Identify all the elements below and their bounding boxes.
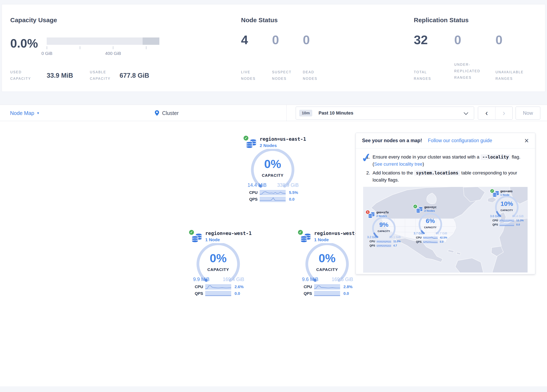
now-button[interactable]: Now (516, 107, 540, 120)
step-text: Ensure every node in your cluster was st… (373, 154, 481, 159)
usable-capacity: 34.4 GiB (512, 214, 524, 218)
axis-tick (47, 46, 47, 49)
locality-node-count[interactable]: 2 Nodes (424, 209, 437, 212)
time-range-label: Past 10 Minutes (319, 110, 353, 116)
health-ok-icon: ✓ (490, 189, 494, 193)
locality-flag-code: --locality (481, 154, 510, 160)
now-button-label: Now (523, 110, 533, 116)
time-range-select[interactable]: 10m Past 10 Minutes (296, 107, 474, 120)
capacity-used-percent: 0.0% (10, 36, 38, 50)
used-capacity: 3.7 GiB (414, 232, 424, 235)
qps-sparkline (423, 241, 438, 243)
cpu-sparkline (205, 284, 231, 290)
qps-label: QPS (301, 291, 312, 296)
cpu-metric-row: CPU 5.5% (247, 190, 298, 195)
map-node-group-geo-sfo[interactable]: 1 geo=sfo 2 Nodes 9% CAPACITY 3.2 GiB 35… (365, 209, 403, 249)
map-toolbar: Node Map ▾ Cluster 10m Past 10 Minutes ‹… (0, 105, 547, 121)
locality-name[interactable]: geo=ams (500, 190, 513, 193)
capacity-label: CAPACITY (195, 268, 241, 272)
unavailable-ranges-label: UNAVAILABLE RANGES (495, 69, 533, 82)
example-world-map: 1 geo=sfo 2 Nodes 9% CAPACITY 3.2 GiB 35… (363, 187, 528, 273)
cpu-metric-row: CPU 2.6% (192, 284, 244, 290)
node-group-eu-west-1[interactable]: ✓ region=eu-west-1 1 Node 0% CAPACITY 9.… (188, 229, 253, 301)
qps-label: QPS (368, 244, 375, 247)
step-text: ) (422, 161, 424, 167)
cpu-value: 12.3% (516, 219, 524, 222)
qps-label: QPS (192, 291, 203, 296)
dead-nodes-value: 0 (303, 33, 310, 47)
locality-tree-link[interactable]: See current locality tree (374, 161, 422, 167)
chevron-left-icon: ‹ (485, 109, 488, 117)
capacity-label: CAPACITY (371, 230, 397, 233)
usable-capacity: 169.5 GiB (332, 277, 353, 282)
location-pin-icon (155, 110, 159, 116)
axis-tick (146, 46, 146, 49)
capacity-label: CAPACITY (494, 209, 519, 212)
locality-name[interactable]: region=us-east-1 (260, 136, 306, 142)
time-nav-buttons: ‹ › (478, 107, 513, 120)
cpu-value: 42.5% (440, 236, 447, 239)
capacity-percent: 0% (195, 251, 241, 265)
capacity-bar (47, 37, 159, 45)
usable-capacity: 35.1 GiB (389, 235, 401, 239)
qps-value: 0.0 (516, 223, 520, 226)
used-capacity: 3.2 GiB (367, 235, 377, 239)
cpu-sparkline (376, 240, 391, 243)
locality-name[interactable]: region=us-west-1 (314, 231, 361, 236)
node-group-us-east-1[interactable]: ✓ region=us-east-1 2 Nodes 0% CAPACITY 1… (243, 135, 308, 206)
locality-name[interactable]: geo=nyc (424, 206, 437, 209)
chevron-right-icon: › (503, 109, 505, 117)
qps-sparkline (499, 223, 514, 226)
view-selector-dropdown[interactable]: Node Map ▾ (10, 105, 39, 121)
time-range-badge: 10m (299, 110, 312, 117)
capacity-percent: 0% (304, 251, 350, 265)
used-capacity: 3.6 GiB (490, 214, 500, 218)
cpu-metric-row: CPU 42.5% (414, 236, 447, 239)
qps-metric-row: QPS 0.0 (192, 291, 240, 296)
close-icon[interactable]: × (524, 137, 529, 144)
cpu-value: 2.8% (343, 285, 352, 289)
usable-capacity: 169.4 GiB (223, 277, 244, 282)
qps-value: 4.7 (393, 244, 397, 247)
capacity-percent: 9% (371, 221, 397, 228)
cpu-metric-row: CPU 11.0% (368, 240, 401, 243)
locality-name[interactable]: region=eu-west-1 (205, 231, 252, 236)
configuration-guide-link[interactable]: Follow our configuration guide (428, 138, 492, 144)
cpu-label: CPU (491, 219, 498, 222)
locality-name[interactable]: geo=sfo (376, 211, 389, 214)
toolbar-divider (287, 105, 287, 121)
cpu-value: 11.0% (393, 240, 401, 243)
unavailable-ranges-value: 0 (495, 33, 502, 47)
qps-value: 0.0 (343, 291, 349, 296)
locality-node-count[interactable]: 1 Node (205, 237, 252, 242)
cpu-sparkline (423, 236, 438, 239)
usable-capacity: 338.9 GiB (277, 182, 299, 188)
capacity-label: CAPACITY (304, 268, 350, 272)
usable-capacity: 65.7 GiB (436, 232, 447, 235)
map-node-group-geo-ams[interactable]: ✓ geo=ams 1 Node 10% CAPACITY 3.6 GiB 34… (489, 187, 527, 227)
step-number: 2. (366, 169, 370, 177)
time-forward-button[interactable]: › (495, 107, 513, 119)
health-ok-icon: ✓ (297, 229, 303, 235)
locality-node-count[interactable]: 1 Node (314, 237, 361, 242)
replication-status-title: Replication Status (414, 17, 469, 24)
breadcrumb[interactable]: Cluster (155, 105, 179, 121)
time-back-button[interactable]: ‹ (478, 107, 495, 119)
step-text: Add locations to the (373, 170, 414, 175)
under-replicated-ranges-label: UNDER-REPLICATED RANGES (454, 61, 492, 81)
cpu-label: CPU (368, 240, 375, 243)
qps-value: 0.0 (289, 197, 294, 202)
used-capacity: 9.9 MiB (193, 277, 209, 282)
cpu-sparkline (260, 190, 286, 195)
locality-node-count[interactable]: 2 Nodes (260, 143, 306, 148)
used-capacity: 9.6 MiB (302, 277, 318, 282)
axis-tick (113, 46, 113, 49)
qps-label: QPS (491, 223, 498, 226)
suspect-nodes-value: 0 (272, 33, 279, 47)
map-node-group-geo-nyc[interactable]: ✓ geo=nyc 2 Nodes 6% CAPACITY 3.7 GiB 65… (412, 204, 450, 244)
capacity-usage-title: Capacity Usage (10, 17, 57, 24)
cpu-value: 2.6% (234, 285, 244, 289)
used-capacity-label: USED CAPACITY (10, 69, 44, 82)
node-group-us-west-1[interactable]: ✓ region=us-west-1 1 Node 0% CAPACITY 9.… (297, 229, 362, 301)
setup-step-2: 2.Add locations to the system.locations … (369, 169, 525, 184)
